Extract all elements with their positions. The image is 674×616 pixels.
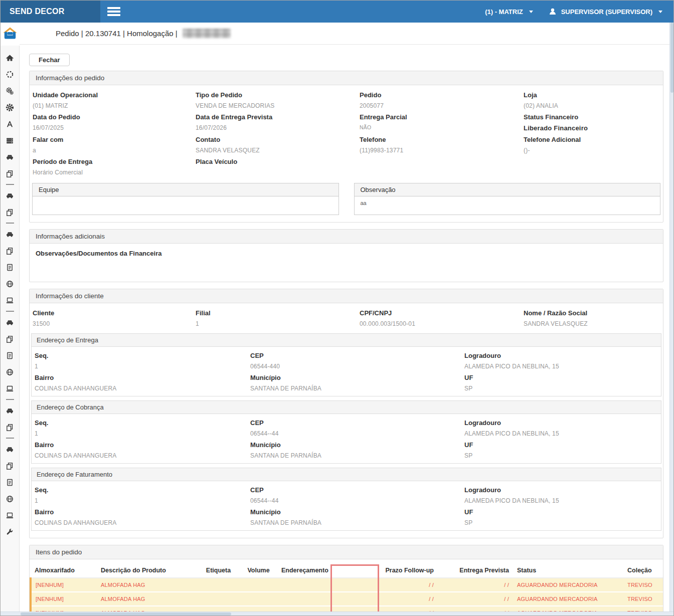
globe-icon[interactable] xyxy=(3,365,18,380)
table-row[interactable]: [NENHUM] ALMOFADA HAG / / / / AGUARDANDO… xyxy=(31,592,663,606)
client-info-title: Informações do cliente xyxy=(30,289,663,303)
field-label: Seq. xyxy=(35,486,248,494)
field-label: UF xyxy=(464,441,656,449)
items-table: Almoxarifado Descrição do Produto Etique… xyxy=(30,563,663,611)
cell-enderecamento xyxy=(277,592,331,606)
menu-toggle-icon[interactable] xyxy=(107,1,122,23)
copy-icon[interactable] xyxy=(3,459,18,474)
unit-selector-label: (1) - MATRIZ xyxy=(485,8,523,16)
redacted-customer-name xyxy=(183,29,231,38)
car-icon[interactable] xyxy=(3,403,18,419)
car-icon[interactable] xyxy=(3,227,18,242)
sidebar-divider xyxy=(6,223,14,224)
vertical-scrollbar[interactable] xyxy=(669,23,673,611)
field-label: Logradouro xyxy=(464,486,656,494)
additional-info-panel: Informações adicionais Observações/Docum… xyxy=(29,229,663,282)
field-label: Município xyxy=(250,441,462,449)
copy-icon[interactable] xyxy=(3,420,18,435)
server-icon[interactable] xyxy=(3,133,18,148)
close-button[interactable]: Fechar xyxy=(29,54,70,66)
field-label: CPF/CNPJ xyxy=(360,309,521,317)
brand-logo-text[interactable]: SEND DECOR xyxy=(1,1,100,23)
copy-icon[interactable] xyxy=(3,205,18,220)
cogs-icon[interactable] xyxy=(3,84,18,99)
field-value: a xyxy=(33,147,193,154)
cell-colecao: TREVISO xyxy=(623,592,663,606)
field-value: SP xyxy=(464,385,656,392)
cell-volume xyxy=(240,606,277,611)
globe-icon[interactable] xyxy=(3,492,18,507)
cell-entrega: / / xyxy=(438,606,513,611)
field-label: Loja xyxy=(524,91,658,99)
field-value: 16/07/2025 xyxy=(33,124,193,131)
col-entrega-prevista: Entrega Prevista xyxy=(438,563,513,578)
laptop-icon[interactable] xyxy=(3,508,18,523)
field-label: Data de Entrega Prevista xyxy=(196,113,357,121)
cell-volume xyxy=(240,578,277,592)
main-content: Fechar Informações do pedido Unidade Ope… xyxy=(20,45,669,611)
field-label: CEP xyxy=(250,486,462,494)
cell-enderecamento xyxy=(277,578,331,592)
field-value: ALAMEDA PICO DA NEBLINA, 15 xyxy=(464,430,656,437)
wrench-icon[interactable] xyxy=(3,525,18,540)
file-icon[interactable] xyxy=(3,348,18,363)
delivery-address-panel: Endereço de Entrega Seq.1 CEP06544-440 L… xyxy=(31,333,661,396)
field-value: 00.000.003/1500-01 xyxy=(360,320,521,327)
field-label: Logradouro xyxy=(464,419,656,427)
horizontal-scrollbar[interactable] xyxy=(1,611,673,615)
field-value: 2005077 xyxy=(360,102,521,109)
cell-descricao: ALMOFADA HAG xyxy=(97,578,197,592)
chevron-down-icon xyxy=(658,11,662,13)
app-window: SEND DECOR (1) - MATRIZ SUPERVISOR (SUPE… xyxy=(0,0,674,616)
cell-status: AGUARDANDO MERCADORIA xyxy=(513,592,623,606)
user-menu-dropdown[interactable]: SUPERVISOR (SUPERVISOR) xyxy=(548,7,662,16)
cell-almoxarifado: [NENHUM] xyxy=(31,578,97,592)
laptop-icon[interactable] xyxy=(3,293,18,308)
field-label: Cliente xyxy=(33,309,193,317)
car-icon[interactable] xyxy=(3,442,18,457)
col-status: Status xyxy=(513,563,623,578)
car-icon[interactable] xyxy=(3,315,18,330)
field-label: Contato xyxy=(196,136,357,143)
field-value: SANTANA DE PARNAÍBA xyxy=(250,519,462,526)
spinner-icon[interactable] xyxy=(3,67,18,82)
field-label: Bairro xyxy=(35,441,248,449)
file-icon[interactable] xyxy=(3,260,18,275)
field-value: Horário Comercial xyxy=(33,169,193,176)
field-value: 1 xyxy=(35,497,248,504)
home-icon[interactable] xyxy=(3,51,18,66)
cell-enderecamento xyxy=(277,606,331,611)
cell-entrega: / / xyxy=(438,578,513,592)
file-icon[interactable] xyxy=(3,475,18,490)
field-label: Entrega Parcial xyxy=(360,113,521,121)
field-label: Telefone Adicional xyxy=(524,136,658,143)
table-row[interactable]: [NENHUM] ALMOFADA HAG / / / / AGUARDANDO… xyxy=(31,578,663,592)
col-almoxarifado: Almoxarifado xyxy=(31,563,97,578)
unit-selector-dropdown[interactable]: (1) - MATRIZ xyxy=(485,8,533,16)
field-value: VENDA DE MERCADORIAS xyxy=(196,102,357,109)
field-label: Período de Entrega xyxy=(33,158,193,165)
col-colecao: Coleção xyxy=(623,563,663,578)
cell-prazo: / / xyxy=(380,578,438,592)
col-descricao: Descrição do Produto xyxy=(97,563,197,578)
car-icon[interactable] xyxy=(3,188,18,203)
field-value: (01) MATRIZ xyxy=(33,102,193,109)
cell-descricao: ALMOFADA HAG xyxy=(97,592,197,606)
cell-etiqueta xyxy=(197,592,240,606)
font-icon[interactable] xyxy=(3,117,18,132)
cog-icon[interactable] xyxy=(3,100,18,115)
copy-icon[interactable] xyxy=(3,166,18,181)
field-value: 16/07/2026 xyxy=(196,124,357,131)
field-label: Filial xyxy=(196,309,357,317)
field-value xyxy=(196,169,357,176)
copy-icon[interactable] xyxy=(3,332,18,347)
globe-icon[interactable] xyxy=(3,277,18,292)
car-icon[interactable] xyxy=(3,150,18,165)
table-row[interactable]: [NENHUM] ALMOFADA HAG / / / / AGUARDANDO… xyxy=(31,606,663,611)
observacao-value: aa xyxy=(355,196,660,215)
copy-icon[interactable] xyxy=(3,244,18,259)
app-logo[interactable] xyxy=(1,23,20,46)
field-value: COLINAS DA ANHANGUERA xyxy=(35,385,248,392)
billing-address-panel: Endereço de Cobrança Seq.1 CEP06544--44 … xyxy=(31,400,661,464)
laptop-icon[interactable] xyxy=(3,381,18,396)
